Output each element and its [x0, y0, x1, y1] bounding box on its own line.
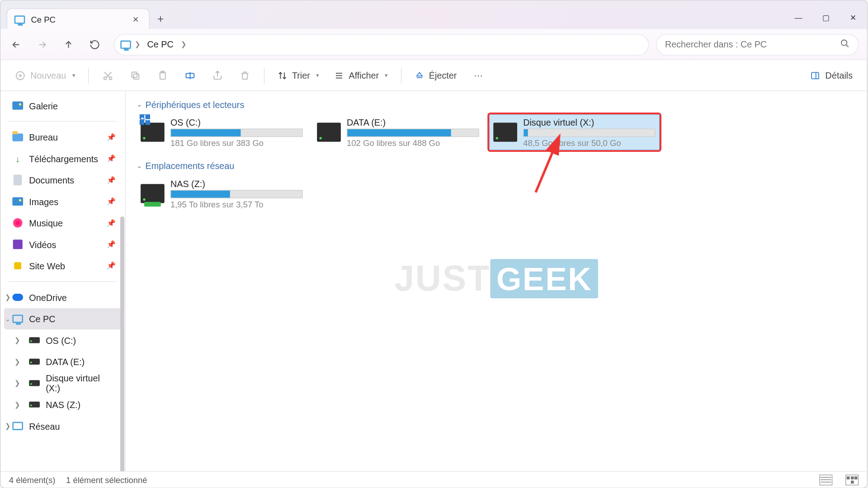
- drive-item[interactable]: DATA (E:) 102 Go libres sur 488 Go: [313, 114, 483, 150]
- chevron-right-icon[interactable]: ❯: [3, 422, 13, 430]
- chevron-right-icon[interactable]: ❯: [13, 379, 22, 387]
- sidebar-item-label: OneDrive: [29, 292, 67, 302]
- more-button[interactable]: ⋯: [466, 65, 490, 86]
- sort-label: Trier: [292, 70, 310, 80]
- new-button[interactable]: Nouveau ▾: [9, 65, 81, 86]
- forward-button[interactable]: [30, 33, 54, 56]
- command-bar: Nouveau ▾ Trier ▾ Afficher ▾ Éjecter ⋯: [0, 60, 867, 91]
- sidebar-item-bureau[interactable]: Bureau 📌: [4, 126, 122, 147]
- status-selected: 1 élément sélectionné: [66, 475, 147, 484]
- view-grid-button[interactable]: [845, 474, 859, 485]
- delete-button[interactable]: [233, 65, 257, 86]
- chevron-right-icon[interactable]: ❯: [179, 41, 187, 48]
- rename-button[interactable]: [178, 65, 202, 86]
- content-area[interactable]: JUSTGEEK ⌄ Périphériques et lecteurs OS …: [126, 91, 867, 471]
- pin-icon[interactable]: 📌: [107, 133, 116, 141]
- svg-rect-4: [133, 74, 139, 79]
- details-pane-button[interactable]: Détails: [804, 65, 859, 86]
- refresh-button[interactable]: [83, 33, 107, 56]
- network-drives-grid: NAS (Z:) 1,95 To libres sur 3,57 To: [137, 176, 863, 211]
- pin-icon[interactable]: 📌: [107, 176, 116, 184]
- pin-icon[interactable]: 📌: [107, 219, 116, 227]
- separator: [401, 68, 401, 83]
- close-window-button[interactable]: ✕: [840, 5, 867, 29]
- tab-ce-pc[interactable]: Ce PC ✕: [6, 8, 149, 29]
- pin-icon[interactable]: 📌: [107, 240, 116, 248]
- sidebar-item-drive-nas[interactable]: ❯ NAS (Z:): [4, 394, 122, 415]
- sidebar-item-reseau[interactable]: ❯ Réseau: [4, 415, 122, 436]
- new-tab-button[interactable]: ＋: [150, 8, 171, 29]
- body: Galerie Bureau 📌 ↓ Téléchargements 📌 Doc…: [0, 91, 867, 471]
- search-icon[interactable]: [840, 38, 849, 50]
- minimize-button[interactable]: —: [785, 5, 812, 29]
- breadcrumb-cepc[interactable]: Ce PC: [144, 38, 177, 51]
- monitor-icon: [120, 39, 131, 50]
- chevron-right-icon[interactable]: ❯: [133, 41, 141, 48]
- drive-free-text: 48,5 Go libres sur 50,0 Go: [523, 138, 656, 147]
- up-button[interactable]: [57, 33, 80, 56]
- close-tab-icon[interactable]: ✕: [130, 14, 142, 25]
- eject-button[interactable]: Éjecter: [409, 65, 463, 86]
- drive-icon: [29, 399, 40, 410]
- paste-button[interactable]: [151, 65, 175, 86]
- cloud-icon: [13, 292, 24, 303]
- sidebar-item-gallery[interactable]: Galerie: [4, 95, 122, 116]
- sidebar-item-siteweb[interactable]: Site Web 📌: [4, 255, 122, 276]
- share-button[interactable]: [206, 65, 230, 86]
- drive-info: DATA (E:) 102 Go libres sur 488 Go: [347, 117, 479, 147]
- image-icon: [13, 196, 24, 207]
- sidebar-item-onedrive[interactable]: ❯ OneDrive: [4, 286, 122, 308]
- lock-icon: [13, 260, 24, 271]
- drive-name: OS (C:): [170, 117, 303, 127]
- music-icon: [13, 217, 24, 228]
- sidebar-item-musique[interactable]: Musique 📌: [4, 212, 122, 233]
- back-button[interactable]: [4, 33, 28, 56]
- separator: [9, 281, 117, 282]
- drive-icon: [493, 123, 517, 142]
- scrollbar[interactable]: [120, 216, 124, 471]
- drive-item[interactable]: NAS (Z:) 1,95 To libres sur 3,57 To: [137, 176, 307, 211]
- drive-icon: [29, 335, 40, 346]
- search-box[interactable]: [656, 33, 859, 55]
- search-input[interactable]: [665, 39, 840, 49]
- maximize-button[interactable]: ▢: [812, 5, 840, 29]
- sidebar-item-cepc[interactable]: ⌄ Ce PC: [4, 308, 122, 329]
- drive-item[interactable]: Disque virtuel (X:) 48,5 Go libres sur 5…: [489, 114, 660, 150]
- pin-icon[interactable]: 📌: [107, 262, 116, 270]
- drive-free-text: 181 Go libres sur 383 Go: [170, 138, 303, 147]
- copy-button[interactable]: [123, 65, 147, 86]
- svg-rect-9: [811, 72, 819, 79]
- window-controls: — ▢ ✕: [785, 5, 867, 29]
- drive-item[interactable]: OS (C:) 181 Go libres sur 383 Go: [137, 114, 307, 150]
- pin-icon[interactable]: 📌: [107, 197, 116, 205]
- group-header-network[interactable]: ⌄ Emplacements réseau: [137, 159, 863, 176]
- sidebar-item-label: Galerie: [29, 100, 58, 110]
- sidebar-item-drive-virtuel[interactable]: ❯ Disque virtuel (X:): [4, 372, 122, 394]
- sidebar-item-documents[interactable]: Documents 📌: [4, 169, 122, 190]
- navigation-pane[interactable]: Galerie Bureau 📌 ↓ Téléchargements 📌 Doc…: [0, 91, 126, 471]
- sidebar-item-videos[interactable]: Vidéos 📌: [4, 234, 122, 255]
- separator: [88, 68, 89, 83]
- pin-icon[interactable]: 📌: [107, 154, 116, 162]
- chevron-down-icon[interactable]: ⌄: [3, 315, 13, 323]
- tab-title: Ce PC: [31, 14, 124, 24]
- sidebar-item-telechargements[interactable]: ↓ Téléchargements 📌: [4, 148, 122, 169]
- drive-icon: [317, 123, 341, 142]
- chevron-right-icon[interactable]: ❯: [13, 336, 22, 344]
- sidebar-item-images[interactable]: Images 📌: [4, 191, 122, 212]
- sidebar-item-drive-os[interactable]: ❯ OS (C:): [4, 329, 122, 351]
- cut-button[interactable]: [96, 65, 120, 86]
- chevron-right-icon[interactable]: ❯: [13, 357, 22, 365]
- svg-rect-5: [132, 72, 137, 77]
- chevron-down-icon: ⌄: [137, 101, 142, 108]
- status-bar: 4 élément(s) 1 élément sélectionné: [0, 471, 867, 488]
- group-header-devices[interactable]: ⌄ Périphériques et lecteurs: [137, 97, 863, 114]
- sidebar-item-drive-data[interactable]: ❯ DATA (E:): [4, 351, 122, 372]
- chevron-right-icon[interactable]: ❯: [13, 400, 22, 408]
- sidebar-item-label: DATA (E:): [46, 357, 85, 366]
- chevron-right-icon[interactable]: ❯: [3, 293, 13, 301]
- view-button[interactable]: Afficher ▾: [329, 65, 394, 86]
- breadcrumb[interactable]: ❯ Ce PC ❯: [114, 33, 649, 55]
- sort-button[interactable]: Trier ▾: [272, 65, 325, 86]
- view-list-button[interactable]: [819, 474, 832, 485]
